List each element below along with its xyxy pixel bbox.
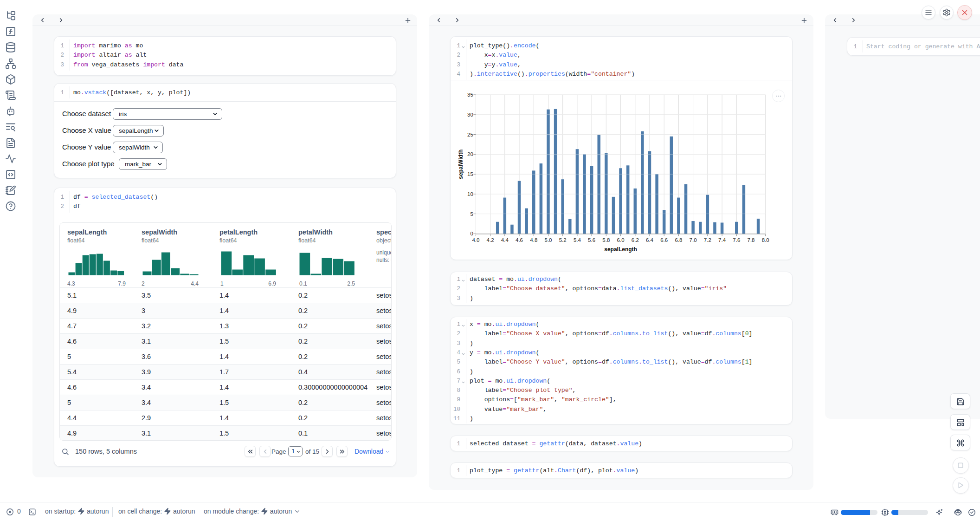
svg-text:25: 25 — [467, 132, 473, 137]
svg-text:7.2: 7.2 — [704, 237, 711, 243]
svg-text:6.8: 6.8 — [675, 237, 682, 243]
svg-text:0: 0 — [470, 231, 473, 236]
svg-text:4.2: 4.2 — [487, 237, 494, 243]
svg-text:7.6: 7.6 — [733, 237, 740, 243]
svg-text:8.0: 8.0 — [762, 237, 769, 243]
svg-text:7.8: 7.8 — [748, 237, 755, 243]
svg-text:6.2: 6.2 — [632, 237, 639, 243]
svg-text:5.6: 5.6 — [588, 237, 595, 243]
svg-text:7.4: 7.4 — [718, 237, 726, 243]
svg-text:35: 35 — [467, 92, 473, 98]
svg-text:5.8: 5.8 — [602, 237, 610, 243]
svg-text:6.4: 6.4 — [646, 237, 654, 243]
svg-text:20: 20 — [467, 151, 473, 157]
svg-text:15: 15 — [467, 171, 473, 177]
svg-text:5.2: 5.2 — [559, 237, 567, 243]
svg-text:6.0: 6.0 — [617, 237, 625, 243]
svg-text:4.4: 4.4 — [501, 237, 509, 243]
svg-text:4.0: 4.0 — [472, 237, 479, 243]
svg-text:4.6: 4.6 — [516, 237, 523, 243]
svg-text:30: 30 — [467, 112, 473, 117]
svg-text:10: 10 — [467, 191, 473, 197]
svg-text:sepalLength: sepalLength — [604, 246, 637, 253]
svg-text:7.0: 7.0 — [690, 237, 697, 243]
svg-text:sepalWidth: sepalWidth — [458, 150, 464, 179]
svg-text:6.6: 6.6 — [660, 237, 668, 243]
svg-text:5: 5 — [470, 211, 473, 217]
svg-text:4.8: 4.8 — [530, 237, 537, 243]
svg-text:5.0: 5.0 — [545, 237, 552, 243]
svg-text:5.4: 5.4 — [574, 237, 581, 243]
